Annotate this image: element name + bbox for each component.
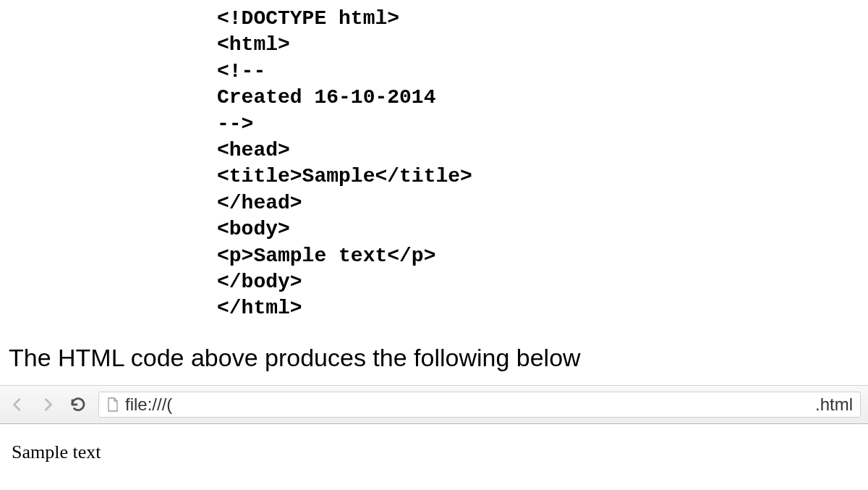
code-line: Created 16-10-2014 [217, 86, 435, 109]
code-line: <html> [217, 33, 290, 56]
code-line: <p>Sample text</p> [217, 245, 435, 267]
output-paragraph: Sample text [12, 442, 101, 462]
back-button[interactable] [7, 394, 27, 415]
code-line: </head> [217, 192, 302, 214]
reload-button[interactable] [68, 394, 88, 415]
code-block: <!DOCTYPE html> <html> <!-- Created 16-1… [217, 0, 868, 322]
forward-button[interactable] [38, 394, 58, 415]
code-line: <head> [217, 139, 290, 161]
code-line: --> [217, 113, 253, 135]
code-line: <body> [217, 218, 290, 240]
code-line: <!-- [217, 60, 265, 83]
caption-text: The HTML code above produces the followi… [9, 344, 868, 372]
code-line: <!DOCTYPE html> [217, 7, 399, 30]
rendered-output: Sample text [0, 424, 868, 481]
code-line: </body> [217, 271, 302, 293]
file-icon [106, 397, 119, 413]
address-bar[interactable]: file:///( .html [98, 392, 861, 418]
code-line: </html> [217, 297, 302, 319]
code-line: <title>Sample</title> [217, 165, 472, 187]
browser-toolbar: file:///( .html [0, 385, 868, 424]
url-text: file:///( [125, 394, 809, 415]
url-extension: .html [815, 394, 853, 415]
